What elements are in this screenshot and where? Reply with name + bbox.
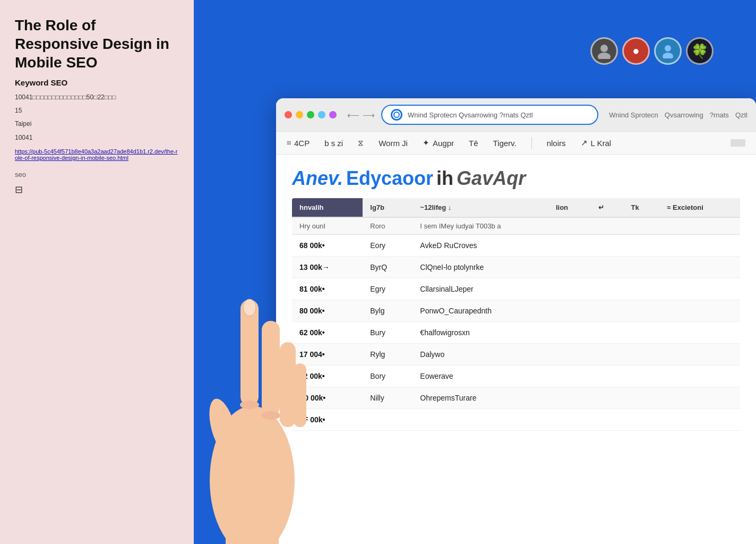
- avatar-2: ●: [622, 37, 650, 65]
- subheader-1: Hry ounI: [292, 217, 363, 235]
- cell-8-2: Nilly: [363, 387, 413, 409]
- cell-6-2: Rylg: [363, 344, 413, 366]
- nav-item-4cp[interactable]: ⌗ 4CP: [287, 138, 310, 148]
- heading-part3: ih: [436, 167, 453, 190]
- sidebar-url[interactable]: https://pub-5c454f571b8e40a3a2aad27ade84…: [15, 148, 179, 161]
- col-header-3[interactable]: ~12lifeg ↓: [413, 198, 548, 217]
- traffic-light-yellow[interactable]: [296, 111, 303, 118]
- back-button[interactable]: ⟵: [347, 110, 359, 120]
- table-row: 6F 00k•: [292, 409, 740, 431]
- cell-2-1: 13 00k→: [292, 257, 363, 278]
- cell-2-2: ByrQ: [363, 257, 413, 278]
- bookmark-3[interactable]: ?rnats: [710, 111, 729, 119]
- address-text: Wnind Sprotecn Qvsarrowing ?rnats Qztl: [408, 111, 589, 119]
- nav-divider: [531, 137, 532, 149]
- bookmark-2[interactable]: Qvsarrowing: [665, 111, 703, 119]
- cell-7-3: Eowerave: [413, 366, 548, 387]
- nav-label-wormji: Worm Ji: [379, 139, 408, 148]
- col-header-7[interactable]: ≈ Excietoni: [659, 198, 740, 217]
- svg-point-4: [394, 112, 399, 117]
- cell-7-2: Bory: [363, 366, 413, 387]
- cell-1-4: [548, 235, 591, 257]
- browser-content: Anev. Edycaoor ih GavAqr hnvalih lg7b ~1…: [276, 155, 756, 544]
- bookmark-4[interactable]: Qztl: [735, 111, 748, 119]
- cell-1-2: Eory: [363, 235, 413, 257]
- svg-point-2: [665, 45, 671, 52]
- browser-bookmarks: Wnind Sprotecn Qvsarrowing ?rnats Qztl: [609, 111, 748, 119]
- nav-label-bszi: b s zi: [324, 139, 343, 148]
- address-icon: [391, 109, 402, 121]
- avatar-group: ● 🍀: [590, 37, 714, 65]
- table-body: 68 00k• Eory AvkeD RuCroves 13 00k→ ByrQ…: [292, 235, 740, 431]
- heading-part2: Edycaoor: [346, 167, 433, 190]
- main-area: ● 🍀 ⟵ ⟶: [194, 0, 756, 544]
- svg-point-11: [240, 401, 259, 409]
- cell-8-1: S0 00k•: [292, 387, 363, 409]
- table-subheader-row: Hry ounI Roro I sem IMey iudyai T003b a: [292, 217, 740, 235]
- nav-label-augpr: Augpr: [433, 139, 454, 148]
- nav-item-sr[interactable]: ⧖: [358, 138, 364, 148]
- avatar-4: 🍀: [686, 37, 714, 65]
- nav-item-lkral[interactable]: ↗ L Kral: [581, 138, 612, 148]
- bookmark-1[interactable]: Wnind Sprotecn: [609, 111, 658, 119]
- cell-7-1: 32 00k•: [292, 366, 363, 387]
- table-row: 81 00k• Egry CllarsinalLJeper: [292, 278, 740, 300]
- cell-2-3: ClQneI-lo ptolynrke: [413, 257, 548, 278]
- forward-button[interactable]: ⟶: [363, 110, 375, 120]
- nav-item-bszi[interactable]: b s zi: [324, 139, 343, 148]
- avatar-3: [654, 37, 682, 65]
- nav-icon-arrow: ↗: [581, 138, 588, 148]
- table-row: 32 00k• Bory Eowerave: [292, 366, 740, 387]
- cell-1-1: 68 00k•: [292, 235, 363, 257]
- data-table: hnvalih lg7b ~12lifeg ↓ lion ↵ Tk ≈ Exci…: [292, 198, 740, 431]
- page-title: The Role of Responsive Design in Mobile …: [15, 16, 179, 72]
- cell-6-3: Dalywo: [413, 344, 548, 366]
- subheader-2: Roro: [363, 217, 413, 235]
- col-header-2[interactable]: lg7b: [363, 198, 413, 217]
- sidebar-copy-icon: ⊟: [15, 184, 179, 196]
- nav-icon-4cp: ⌗: [287, 138, 291, 148]
- col-header-6[interactable]: Tk: [623, 198, 659, 217]
- table-header-row: hnvalih lg7b ~12lifeg ↓ lion ↵ Tk ≈ Exci…: [292, 198, 740, 217]
- traffic-light-red[interactable]: [285, 111, 292, 118]
- browser-window: ⟵ ⟶ Wnind Sprotecn Qvsarrowing ?rnats Qz…: [276, 98, 756, 544]
- traffic-light-blue[interactable]: [318, 111, 325, 118]
- cell-5-3: €halfowigrosxn: [413, 322, 548, 344]
- table-row: 62 00k• Bury €halfowigrosxn: [292, 322, 740, 344]
- meta-line1: 10041□□□□□□□□□□□□□□50□22□□□: [15, 92, 179, 103]
- nav-item-wormji[interactable]: Worm Ji: [379, 139, 408, 148]
- nav-item-tigerv[interactable]: Tigerv.: [493, 139, 516, 148]
- meta-city: Taipei: [15, 119, 179, 129]
- cell-1-6: [623, 235, 659, 257]
- nav-label-te: Tē: [469, 139, 478, 148]
- cell-6-1: 17 004•: [292, 344, 363, 366]
- meta-line2: 15: [15, 106, 179, 116]
- cell-9-1: 6F 00k•: [292, 409, 363, 431]
- nav-label-tigerv: Tigerv.: [493, 139, 516, 148]
- cell-4-3: PonwO_Caurapednth: [413, 300, 548, 322]
- nav-item-te[interactable]: Tē: [469, 139, 478, 148]
- table-row: 80 00k• Bylg PonwO_Caurapednth: [292, 300, 740, 322]
- col-header-5[interactable]: ↵: [591, 198, 623, 217]
- meta-code: 10041: [15, 133, 179, 143]
- traffic-light-purple[interactable]: [329, 111, 337, 118]
- nav-label-lkral: L Kral: [591, 139, 612, 148]
- col-header-4[interactable]: lion: [548, 198, 591, 217]
- cell-8-3: OhrepemsTurare: [413, 387, 548, 409]
- nav-item-nloirs[interactable]: nloirs: [547, 139, 566, 148]
- nav-buttons: ⟵ ⟶: [347, 110, 375, 120]
- heading-part4: GavAqr: [457, 167, 526, 190]
- cell-9-2: [363, 409, 413, 431]
- table-row: 13 00k→ ByrQ ClQneI-lo ptolynrke: [292, 257, 740, 278]
- svg-point-6: [204, 396, 242, 458]
- nav-item-augpr[interactable]: ✦ Augpr: [423, 138, 454, 148]
- address-bar[interactable]: Wnind Sprotecn Qvsarrowing ?rnats Qztl: [381, 105, 598, 125]
- col-header-1[interactable]: hnvalih: [292, 198, 363, 217]
- nav-label-nloirs: nloirs: [547, 139, 566, 148]
- table-row: S0 00k• Nilly OhrepemsTurare: [292, 387, 740, 409]
- cell-4-2: Bylg: [363, 300, 413, 322]
- cell-1-3: AvkeD RuCroves: [413, 235, 548, 257]
- traffic-light-green[interactable]: [307, 111, 314, 118]
- cell-1-5: [591, 235, 623, 257]
- table-row: 17 004• Rylg Dalywo: [292, 344, 740, 366]
